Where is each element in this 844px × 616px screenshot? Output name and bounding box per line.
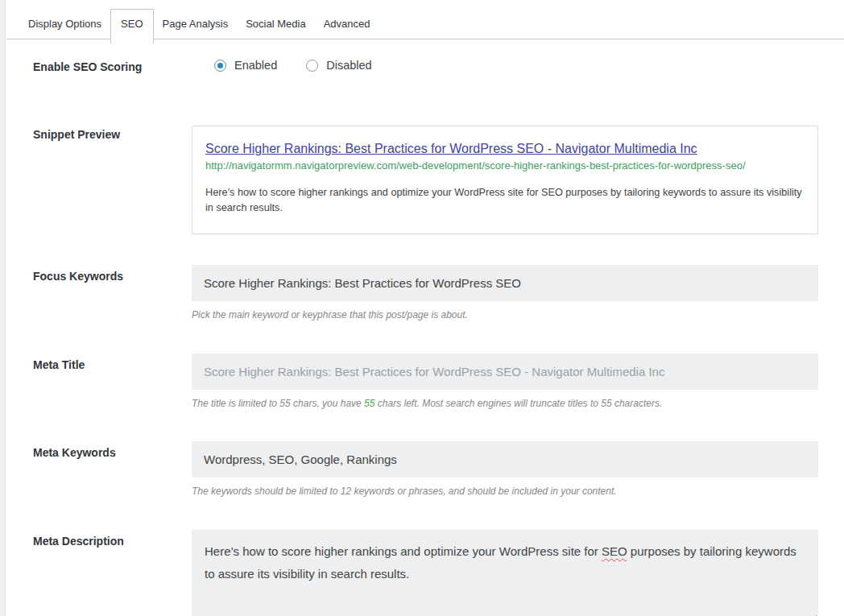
meta-description-label: Meta Description: [33, 530, 192, 548]
snippet-preview-label: Snippet Preview: [33, 126, 192, 142]
meta-keywords-row: Meta Keywords The keywords should be lim…: [6, 441, 844, 498]
meta-title-input[interactable]: [192, 353, 818, 390]
snippet-title-link[interactable]: Score Higher Rankings: Best Practices fo…: [205, 141, 697, 157]
focus-keywords-label: Focus Keywords: [33, 265, 192, 283]
focus-keywords-help: Pick the main keyword or keyphrase that …: [192, 309, 818, 322]
seo-settings-panel: Display Options SEO Page Analysis Social…: [6, 0, 844, 616]
enable-seo-radio-group: Enabled Disabled: [214, 59, 818, 72]
meta-description-field: Here’s how to score higher rankings and …: [192, 530, 818, 616]
meta-title-help: The title is limited to 55 chars, you ha…: [192, 398, 818, 411]
meta-keywords-help: The keywords should be limited to 12 key…: [192, 486, 818, 498]
radio-enabled-label: Enabled: [234, 59, 277, 72]
meta-description-text-before: Here’s how to score higher rankings and …: [205, 544, 602, 558]
meta-description-misspelled-word: SEO: [602, 544, 627, 558]
meta-title-chars-left-count: 55: [364, 398, 374, 409]
meta-keywords-input[interactable]: [192, 441, 818, 478]
focus-keywords-row: Focus Keywords Pick the main keyword or …: [6, 265, 844, 322]
tab-social-media[interactable]: Social Media: [237, 10, 314, 43]
focus-keywords-input[interactable]: [192, 265, 818, 301]
radio-selected-dot: [217, 63, 223, 68]
meta-title-help-after: chars left. Most search engines will tru…: [374, 398, 662, 409]
snippet-preview-box: Score Higher Rankings: Best Practices fo…: [192, 126, 818, 234]
snippet-description: Here’s how to score higher rankings and …: [205, 185, 805, 216]
tab-display-options[interactable]: Display Options: [19, 10, 110, 43]
admin-left-gutter: [0, 0, 6, 616]
meta-keywords-label: Meta Keywords: [33, 441, 192, 460]
meta-title-row: Meta Title The title is limited to 55 ch…: [6, 353, 844, 411]
radio-disabled[interactable]: Disabled: [306, 59, 371, 72]
meta-title-field: The title is limited to 55 chars, you ha…: [192, 353, 818, 411]
tab-page-analysis[interactable]: Page Analysis: [154, 10, 238, 43]
tab-seo[interactable]: SEO: [110, 9, 153, 43]
meta-title-help-before: The title is limited to 55 chars, you ha…: [192, 398, 364, 409]
meta-title-label: Meta Title: [33, 353, 192, 372]
enable-seo-field: Enabled Disabled: [192, 60, 818, 72]
snippet-preview-field: Score Higher Rankings: Best Practices fo…: [192, 126, 818, 234]
radio-disabled-circle[interactable]: [306, 60, 318, 72]
radio-enabled[interactable]: Enabled: [214, 59, 277, 72]
meta-keywords-field: The keywords should be limited to 12 key…: [192, 441, 818, 498]
meta-description-textarea[interactable]: Here’s how to score higher rankings and …: [192, 530, 818, 616]
tab-bar: Display Options SEO Page Analysis Social…: [6, 0, 844, 43]
meta-description-row: Meta Description Here’s how to score hig…: [6, 530, 844, 616]
radio-enabled-circle[interactable]: [214, 60, 226, 72]
radio-disabled-label: Disabled: [326, 59, 371, 72]
focus-keywords-field: Pick the main keyword or keyphrase that …: [192, 265, 818, 322]
enable-seo-row: Enable SEO Scoring Enabled Disabled: [6, 60, 844, 74]
tab-list: Display Options SEO Page Analysis Social…: [19, 10, 379, 43]
tab-advanced[interactable]: Advanced: [315, 10, 379, 43]
snippet-url: http://navigatormm.navigatorpreview.com/…: [205, 159, 805, 173]
snippet-preview-row: Snippet Preview Score Higher Rankings: B…: [6, 126, 844, 234]
enable-seo-label: Enable SEO Scoring: [33, 60, 192, 74]
